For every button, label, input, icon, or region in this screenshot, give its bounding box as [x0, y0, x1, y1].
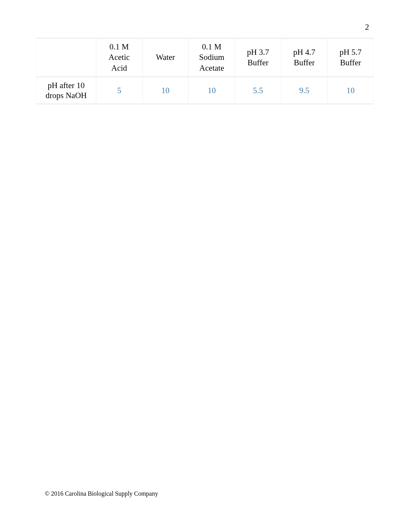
table-header-acetic-acid: 0.1 MAceticAcid	[96, 38, 142, 77]
table-row: pH after 10drops NaOH 5 10 10 5.5 9.5 10	[36, 77, 374, 105]
table-header-ph37-buffer: pH 3.7Buffer	[235, 38, 281, 77]
table-row-label: pH after 10drops NaOH	[36, 77, 96, 105]
table-cell-ph57-buffer: 10	[327, 77, 374, 105]
table-header-water: Water	[142, 38, 189, 77]
table-cell-sodium-acetate: 10	[188, 77, 235, 105]
page-number: 2	[365, 22, 369, 32]
table-cell-acetic-acid: 5	[96, 77, 142, 105]
table-header-blank	[36, 38, 96, 77]
table-cell-ph47-buffer: 9.5	[281, 77, 327, 105]
table-header-ph47-buffer: pH 4.7Buffer	[281, 38, 327, 77]
table-cell-ph37-buffer: 5.5	[235, 77, 281, 105]
table-header-sodium-acetate: 0.1 MSodiumAcetate	[188, 38, 235, 77]
data-table-container: 0.1 MAceticAcid Water 0.1 MSodiumAcetate…	[36, 38, 374, 104]
footer-copyright: © 2016 Carolina Biological Supply Compan…	[45, 490, 158, 497]
table-cell-water: 10	[142, 77, 189, 105]
table-header-ph57-buffer: pH 5.7Buffer	[327, 38, 374, 77]
data-table: 0.1 MAceticAcid Water 0.1 MSodiumAcetate…	[36, 38, 374, 104]
table-header-row: 0.1 MAceticAcid Water 0.1 MSodiumAcetate…	[36, 38, 374, 77]
